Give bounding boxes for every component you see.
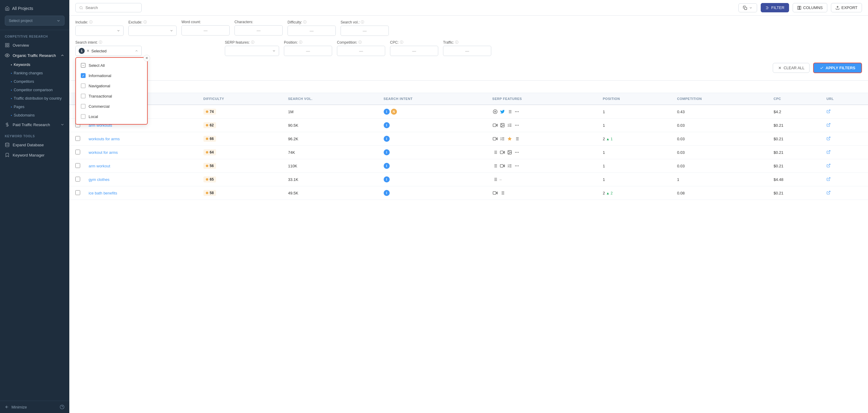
select-all-checkbox[interactable]	[81, 63, 86, 68]
keyword-link-2[interactable]: workouts for arms	[89, 137, 120, 141]
url-col-header[interactable]: URL	[822, 93, 868, 105]
sidebar-item-expand-database[interactable]: Expand Database	[0, 140, 69, 150]
serp-icon-numbered-2	[499, 136, 505, 142]
sidebar-item-overview[interactable]: Overview	[0, 40, 69, 50]
position-range[interactable]: —	[284, 46, 332, 56]
navigational-checkbox[interactable]	[81, 83, 86, 88]
search-intent-trigger[interactable]: 1 ✕ Selected	[75, 46, 142, 56]
search-box[interactable]	[75, 3, 142, 12]
transactional-checkbox[interactable]	[81, 94, 86, 98]
apply-filters-button[interactable]: APPLY FILTERS	[813, 63, 862, 73]
external-link-icon-4	[827, 164, 831, 168]
cpc-col-header[interactable]: CPC	[770, 93, 823, 105]
export-button[interactable]: EXPORT	[831, 3, 862, 12]
copy-button[interactable]	[738, 3, 757, 12]
characters-range[interactable]: —	[235, 25, 283, 36]
intent-option-navigational[interactable]: Navigational	[76, 81, 147, 91]
url-icon-1[interactable]	[827, 123, 831, 128]
url-icon-2[interactable]	[827, 137, 831, 141]
serp-icon-numbered-4	[507, 163, 513, 169]
cpc-info-icon: ⓘ	[400, 40, 403, 44]
position-col-header[interactable]: POSITION	[598, 93, 673, 105]
row-checkbox-5[interactable]	[75, 177, 80, 181]
difficulty-col-header[interactable]: DIFFICULTY	[199, 93, 284, 105]
serp-features-cell-4	[488, 159, 598, 173]
svg-point-84	[515, 166, 516, 167]
difficulty-badge-5: 65	[204, 176, 216, 182]
sidebar-sub-item-keywords[interactable]: Keywords	[0, 61, 69, 69]
search-intent-cell-6: I	[379, 186, 488, 200]
local-checkbox[interactable]	[81, 114, 86, 119]
traffic-range[interactable]: —	[443, 46, 491, 56]
cpc-range[interactable]: —	[390, 46, 438, 56]
intent-option-select-all[interactable]: Select All	[76, 60, 147, 70]
sidebar-sub-item-ranking-changes[interactable]: Ranking changes	[0, 69, 69, 77]
position-info-icon: ⓘ	[299, 40, 302, 44]
url-icon-0[interactable]	[827, 110, 831, 114]
include-select[interactable]	[75, 26, 124, 36]
row-checkbox-3[interactable]	[75, 149, 80, 154]
sidebar-item-paid-traffic[interactable]: Paid Traffic Research	[0, 119, 69, 130]
competition-range[interactable]: —	[337, 46, 385, 56]
arrow-left-icon	[5, 405, 9, 409]
exclude-select[interactable]	[128, 26, 177, 36]
columns-button[interactable]: COLUMNS	[793, 3, 827, 12]
row-checkbox-6[interactable]	[75, 190, 80, 195]
search-intent-col-header[interactable]: SEARCH INTENT	[379, 93, 488, 105]
intent-option-local[interactable]: Local	[76, 111, 147, 122]
word-count-range[interactable]: —	[181, 25, 230, 36]
intent-option-commercial[interactable]: Commercial	[76, 101, 147, 111]
minimize-button[interactable]: Minimize	[5, 405, 27, 409]
difficulty-range[interactable]: —	[287, 26, 336, 36]
search-input[interactable]	[86, 5, 138, 10]
intent-tag-I-1: I	[384, 122, 390, 128]
url-icon-4[interactable]	[827, 164, 831, 169]
help-icon[interactable]	[60, 405, 64, 409]
search-vol-col-header[interactable]: SEARCH VOL.	[284, 93, 379, 105]
commercial-checkbox[interactable]	[81, 104, 86, 109]
svg-point-6	[5, 143, 9, 144]
sidebar-sub-item-traffic-distribution[interactable]: Traffic distribution by country	[0, 94, 69, 103]
sidebar-sub-item-competitors[interactable]: Competitors	[0, 77, 69, 86]
intent-option-informational[interactable]: Informational	[76, 70, 147, 81]
svg-point-38	[501, 124, 502, 125]
url-icon-5[interactable]	[827, 177, 831, 182]
sidebar-select-project[interactable]: Select project	[5, 16, 64, 26]
competitors-label: Competitors	[14, 79, 34, 84]
competition-col-header[interactable]: COMPETITION	[673, 93, 769, 105]
sidebar-sub-item-competitor-comparison[interactable]: Competitor comparison	[0, 86, 69, 94]
serp-features-cell-2	[488, 132, 598, 146]
dropdown-close-button[interactable]: ✕	[144, 55, 150, 61]
filter-area: Include: ⓘ Exclude: ⓘ	[69, 16, 868, 81]
serp-features-col-header[interactable]: SERP FEATURES	[488, 93, 598, 105]
difficulty-dot-6	[206, 192, 208, 194]
svg-point-32	[517, 111, 518, 112]
svg-point-24	[495, 111, 496, 112]
serp-features-select[interactable]	[225, 46, 279, 56]
intent-option-transactional[interactable]: Transactional	[76, 91, 147, 101]
position-change-2: ▲ 1	[606, 137, 613, 141]
position-label: Position:	[284, 40, 298, 44]
sidebar-all-projects[interactable]: All Projects	[5, 4, 64, 13]
filter-button[interactable]: FILTER	[761, 3, 789, 12]
svg-point-23	[493, 110, 497, 113]
sidebar-item-keyword-manager[interactable]: Keyword Manager	[0, 150, 69, 160]
informational-checkbox[interactable]	[81, 73, 86, 78]
intent-clear-icon[interactable]: ✕	[87, 49, 90, 53]
keyword-link-6[interactable]: ice bath benefits	[89, 191, 117, 195]
clear-all-button[interactable]: CLEAR ALL	[773, 63, 809, 73]
svg-point-42	[515, 125, 516, 126]
url-icon-6[interactable]	[827, 191, 831, 196]
sidebar-sub-item-subdomains[interactable]: Subdomains	[0, 111, 69, 119]
row-checkbox-4[interactable]	[75, 163, 80, 168]
row-checkbox-2[interactable]	[75, 136, 80, 141]
apply-filters-label: APPLY FILTERS	[826, 66, 855, 70]
keyword-link-4[interactable]: arm workout	[89, 164, 110, 168]
sidebar-item-organic-traffic[interactable]: Organic Traffic Research	[0, 50, 69, 61]
search-vol-4: 110K	[288, 164, 297, 168]
search-vol-range[interactable]: —	[341, 26, 389, 36]
url-icon-3[interactable]	[827, 150, 831, 155]
sidebar-sub-item-pages[interactable]: Pages	[0, 103, 69, 111]
keyword-link-3[interactable]: workout for arms	[89, 150, 118, 155]
keyword-link-5[interactable]: gym clothes	[89, 177, 110, 182]
